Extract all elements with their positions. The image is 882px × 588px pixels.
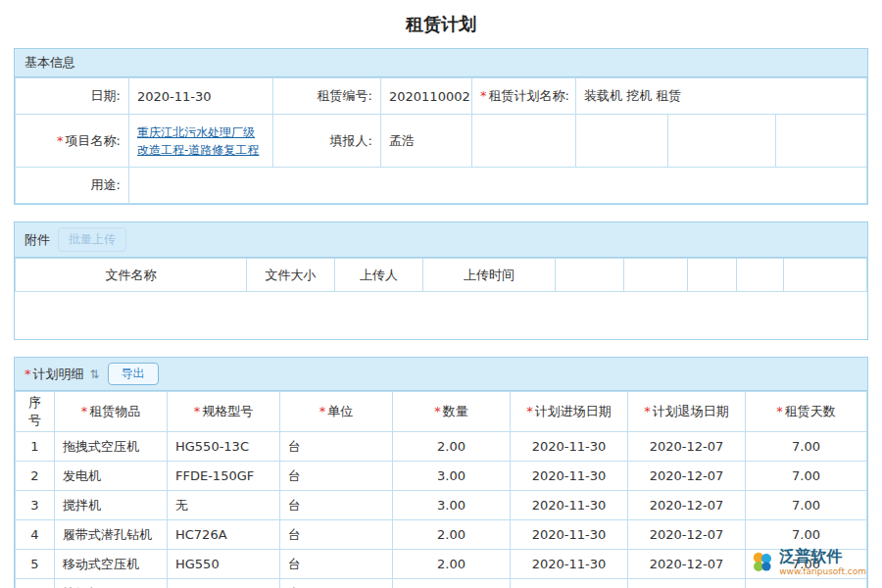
- purpose-value: [129, 168, 867, 204]
- cell-unit: 台: [280, 520, 393, 550]
- cell-rental-item: 拖拽式空压机: [55, 432, 168, 462]
- attachments-table: 文件名称 文件大小 上传人 上传时间: [15, 258, 867, 292]
- cell-unit: 台: [280, 550, 393, 579]
- table-row: 6 挖掘机 三一 台 3.00 2020-11-30 2020-12-07 7.…: [16, 579, 867, 588]
- header-label: 计划退场日期: [653, 404, 729, 418]
- cell-entry-date: 2020-11-30: [511, 491, 628, 520]
- cell-unit: 台: [280, 491, 393, 520]
- empty-cell: [776, 115, 867, 168]
- column-header-upload-time: 上传时间: [423, 259, 556, 292]
- table-row: 5 移动式空压机 HG550 台 2.00 2020-11-30 2020-12…: [16, 550, 867, 579]
- attachments-title: 附件: [24, 231, 50, 249]
- cell-spec-model: HG550: [168, 550, 280, 579]
- cell-rental-days: 7.00: [746, 462, 867, 491]
- required-mark: *: [644, 404, 651, 418]
- cell-spec-model: 无: [168, 491, 280, 520]
- plan-detail-header-row: 序号 *租赁物品 *规格型号 *单位 *数量 *计划进场日期 *计划退场日期 *…: [16, 392, 867, 432]
- project-label: *项目名称:: [16, 115, 129, 168]
- project-label-text: 项目名称:: [66, 133, 121, 148]
- cell-spec-model: 三一: [168, 579, 280, 588]
- reporter-label: 填报人:: [273, 115, 381, 168]
- empty-cell: [472, 115, 576, 168]
- cell-unit: 台: [280, 579, 393, 588]
- brand-watermark: 泛普软件 www.fanpusoft.com: [751, 548, 866, 576]
- export-button[interactable]: 导出: [108, 363, 159, 385]
- cell-serial: 6: [16, 579, 55, 588]
- cell-serial: 1: [16, 432, 55, 462]
- cell-exit-date: 2020-12-07: [628, 462, 746, 491]
- plan-name-label: *租赁计划名称:: [472, 78, 576, 115]
- batch-upload-button[interactable]: 批量上传: [58, 227, 126, 252]
- cell-rental-item: 履带式潜孔钻机: [55, 520, 168, 550]
- cell-entry-date: 2020-11-30: [511, 462, 628, 491]
- empty-column-header: [624, 259, 688, 292]
- cell-quantity: 2.00: [393, 432, 511, 462]
- cell-quantity: 3.00: [393, 491, 511, 520]
- required-mark: *: [81, 404, 88, 418]
- column-header-serial: 序号: [16, 392, 55, 432]
- column-header-entry-date: *计划进场日期: [511, 392, 628, 432]
- basic-info-table: 日期: 2020-11-30 租赁编号: 2020110002 *租赁计划名称:…: [15, 77, 867, 204]
- cell-exit-date: 2020-12-07: [628, 520, 746, 550]
- column-header-rental-days: *租赁天数: [746, 392, 867, 432]
- cell-entry-date: 2020-11-30: [511, 520, 628, 550]
- required-mark: *: [480, 88, 487, 103]
- column-header-file-size: 文件大小: [247, 259, 335, 292]
- cell-serial: 4: [16, 520, 55, 550]
- cell-rental-days: 7.00: [746, 432, 867, 462]
- cell-rental-days: 7.00: [746, 520, 867, 550]
- cell-rental-days: 7.00: [746, 579, 867, 588]
- basic-info-title: 基本信息: [24, 54, 75, 72]
- empty-cell: [576, 115, 668, 168]
- date-value: 2020-11-30: [129, 78, 273, 115]
- header-label: 规格型号: [202, 404, 253, 418]
- project-link[interactable]: 重庆江北污水处理厂级改造工程-道路修复工程: [137, 125, 259, 157]
- required-mark: *: [57, 133, 64, 148]
- cell-quantity: 2.00: [393, 550, 511, 579]
- empty-cell: [668, 115, 776, 168]
- cell-entry-date: 2020-11-30: [511, 579, 628, 588]
- plan-name-value: 装载机 挖机 租赁: [576, 78, 867, 115]
- empty-column-header: [556, 259, 624, 292]
- column-header-rental-item: *租赁物品: [55, 392, 168, 432]
- cell-spec-model: FFDE-150GF: [168, 462, 280, 491]
- table-row: 3 搅拌机 无 台 3.00 2020-11-30 2020-12-07 7.0…: [16, 491, 867, 520]
- empty-column-header: [688, 259, 737, 292]
- cell-quantity: 3.00: [393, 579, 511, 588]
- cell-spec-model: HC726A: [168, 520, 280, 550]
- column-header-spec-model: *规格型号: [168, 392, 280, 432]
- basic-info-section: 基本信息 日期: 2020-11-30 租赁编号: 2020110002 *租赁…: [14, 48, 868, 205]
- cell-entry-date: 2020-11-30: [511, 550, 628, 579]
- form-row-3: 用途:: [16, 168, 867, 204]
- form-row-2: *项目名称: 重庆江北污水处理厂级改造工程-道路修复工程 填报人: 孟浩: [16, 115, 867, 168]
- table-row: 2 发电机 FFDE-150GF 台 3.00 2020-11-30 2020-…: [16, 462, 867, 491]
- attachments-empty-area: [15, 292, 867, 339]
- required-mark: *: [776, 404, 783, 418]
- cell-unit: 台: [280, 462, 393, 491]
- cell-rental-days: 7.00: [746, 491, 867, 520]
- attachments-section: 附件 批量上传 文件名称 文件大小 上传人 上传时间: [14, 221, 868, 340]
- column-header-file-name: 文件名称: [16, 259, 247, 292]
- page-title: 租赁计划: [0, 13, 882, 36]
- reporter-value: 孟浩: [381, 115, 472, 168]
- cell-rental-item: 移动式空压机: [55, 550, 168, 579]
- fanpu-logo-icon: [751, 551, 774, 574]
- column-header-quantity: *数量: [393, 392, 511, 432]
- cell-serial: 2: [16, 462, 55, 491]
- plan-detail-title: *计划明细: [24, 366, 84, 383]
- header-label: 租赁天数: [785, 404, 836, 418]
- cell-quantity: 2.00: [393, 520, 511, 550]
- cell-unit: 台: [280, 432, 393, 462]
- plan-detail-table: 序号 *租赁物品 *规格型号 *单位 *数量 *计划进场日期 *计划退场日期 *…: [15, 391, 867, 588]
- project-value-cell: 重庆江北污水处理厂级改造工程-道路修复工程: [129, 115, 273, 168]
- attachments-header: 附件 批量上传: [15, 222, 867, 258]
- cell-rental-item: 搅拌机: [55, 491, 168, 520]
- header-label: 租赁物品: [89, 404, 140, 418]
- cell-entry-date: 2020-11-30: [511, 432, 628, 462]
- sort-icon[interactable]: ⇅: [90, 368, 100, 381]
- cell-exit-date: 2020-12-07: [628, 579, 746, 588]
- column-header-exit-date: *计划退场日期: [628, 392, 746, 432]
- column-header-unit: *单位: [280, 392, 393, 432]
- watermark-text: 泛普软件 www.fanpusoft.com: [779, 548, 866, 576]
- brand-url: www.fanpusoft.com: [779, 566, 866, 576]
